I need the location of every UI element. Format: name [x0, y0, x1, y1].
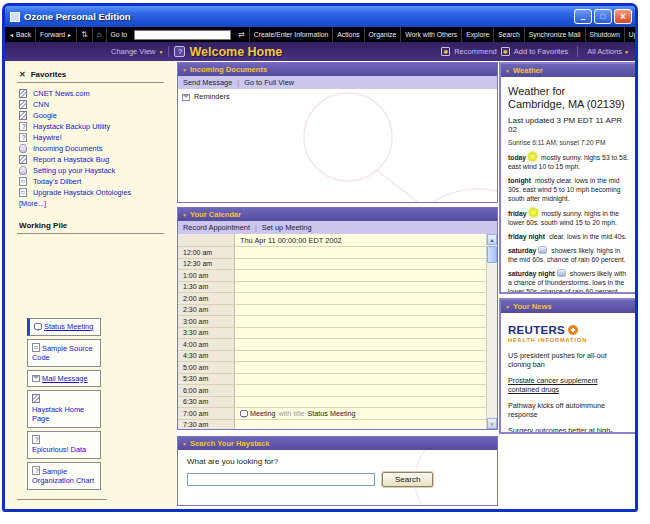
weather-header[interactable]: ▼ Weather	[501, 64, 635, 77]
add-to-favorites-button[interactable]: Add to Favorites	[514, 47, 569, 56]
forward-button[interactable]: Forward►	[36, 27, 77, 42]
calendar-slot[interactable]	[235, 374, 497, 386]
favorite-link[interactable]: Incoming Documents	[19, 143, 176, 154]
sun-icon	[528, 152, 537, 161]
set-up-meeting-link[interactable]: Set up Meeting	[262, 223, 312, 232]
favorite-link[interactable]: CNN	[19, 99, 176, 110]
record-appointment-link[interactable]: Record Appointment	[183, 223, 250, 232]
back-button[interactable]: ◄Back	[5, 27, 36, 42]
news-item-link[interactable]: Prostate cancer supplement contained dru…	[508, 376, 630, 394]
calendar-slot[interactable]	[235, 247, 497, 259]
goto-input[interactable]	[134, 30, 231, 40]
chevron-down-icon: ▼	[158, 49, 163, 55]
weather-title: Weather	[513, 66, 543, 75]
calendar-slot[interactable]	[235, 305, 497, 317]
weather-panel: ▼ Weather Weather forCambridge, MA (0213…	[499, 62, 635, 294]
favorite-link[interactable]: Upgrade Haystack Ontologies	[19, 187, 176, 198]
scrollbar-thumb[interactable]	[487, 246, 497, 263]
calendar-slot[interactable]	[235, 385, 497, 397]
minimize-button[interactable]: –	[574, 9, 592, 24]
title-bar[interactable]: Ozone Personal Edition – □ ×	[5, 6, 635, 27]
calendar-slot[interactable]	[235, 397, 497, 409]
collapse-icon[interactable]: ✕	[19, 70, 26, 79]
menu-work-with-others[interactable]: Work with Others	[401, 27, 462, 42]
time-label: 2:00 am	[178, 293, 235, 305]
menu-search[interactable]: Search	[494, 27, 525, 42]
change-view-dropdown[interactable]: Change View▼	[111, 47, 163, 56]
calendar-slot[interactable]	[235, 259, 497, 271]
calendar-header[interactable]: ▼ Your Calendar	[178, 208, 497, 221]
scroll-down-icon[interactable]: ▼	[487, 418, 497, 429]
back-arrow-icon: ◄	[9, 32, 14, 38]
search-header[interactable]: ▼ Search Your Haystack	[178, 437, 497, 450]
calendar-slot[interactable]	[235, 351, 497, 363]
pile-card-haystack-home-page[interactable]: Haystack Home Page	[27, 390, 101, 428]
sidebar: ✕ Favorites CNET News.com CNN Google Hay…	[5, 61, 176, 509]
menu-create-enter-information[interactable]: Create/Enter Information	[250, 27, 333, 42]
calendar-event-status-meeting[interactable]: Meeting with title Status Meeting	[235, 408, 497, 420]
calendar-scrollbar[interactable]: ▲ ▼	[486, 234, 497, 429]
time-label: 4:30 am	[178, 351, 235, 363]
time-label: 2:30 am	[178, 305, 235, 317]
menu-upgrade[interactable]: Upgrade	[625, 27, 635, 42]
calendar-slot[interactable]	[235, 270, 497, 282]
news-header[interactable]: ▼ Your News	[501, 300, 635, 313]
favorite-link[interactable]: CNET News.com	[19, 88, 176, 99]
favorites-more-link[interactable]: [More...]	[19, 199, 176, 208]
send-message-link[interactable]: Send Message	[183, 78, 232, 87]
watermark-graphic	[178, 89, 497, 202]
search-button[interactable]: Search	[382, 472, 433, 487]
all-actions-dropdown[interactable]: All Actions ▼	[587, 47, 629, 56]
refresh-icon: ⇅	[81, 30, 88, 39]
news-item-link[interactable]: Surgery outcomes better at high-volume h…	[508, 426, 630, 432]
news-item-link[interactable]: Pathway kicks off autoimmune response	[508, 401, 630, 419]
document-icon	[19, 177, 27, 186]
calendar-slot[interactable]	[235, 362, 497, 374]
forward-arrow-icon: ►	[67, 32, 72, 38]
pile-card-mail-message[interactable]: Mail Message	[27, 370, 101, 388]
favorite-link[interactable]: Report a Haystack Bug	[19, 154, 176, 165]
favorite-link[interactable]: Today's Dilbert	[19, 176, 176, 187]
calendar-panel: ▼ Your Calendar Record Appointment | Set…	[177, 207, 498, 430]
favorite-link[interactable]: Haywire!	[19, 132, 176, 143]
help-icon[interactable]: ?	[174, 46, 185, 57]
pile-card-epicurious-data[interactable]: Epicurious! Data	[27, 431, 101, 459]
calendar-slot[interactable]	[235, 293, 497, 305]
menu-explore[interactable]: Explore	[462, 27, 494, 42]
pile-card-status-meeting[interactable]: Status Meeting	[27, 318, 101, 336]
calendar-slot[interactable]	[235, 328, 497, 340]
search-input[interactable]	[187, 473, 375, 486]
refresh-button[interactable]: ⇅	[77, 27, 93, 42]
time-label: 5:00 am	[178, 362, 235, 374]
pile-card-sample-organization-chart[interactable]: Sample Organization Chart	[27, 462, 101, 490]
menu-synchronize-mail[interactable]: Synchronize Mail	[525, 27, 586, 42]
menu-organize[interactable]: Organize	[365, 27, 402, 42]
document-icon	[32, 343, 40, 352]
go-to-full-view-link[interactable]: Go to Full View	[244, 78, 294, 87]
calendar-slot[interactable]	[235, 316, 497, 328]
help-icon	[32, 466, 40, 475]
time-label: 6:00 am	[178, 385, 235, 397]
calendar-slot[interactable]	[235, 282, 497, 294]
close-button[interactable]: ×	[614, 9, 632, 24]
showers-icon	[557, 269, 566, 277]
menu-actions[interactable]: Actions	[333, 27, 364, 42]
time-label: 4:00 am	[178, 339, 235, 351]
goto-submit-button[interactable]: ⇄	[234, 27, 250, 42]
scroll-up-icon[interactable]: ▲	[487, 234, 497, 245]
news-item-link[interactable]: US president pushes for all-out cloning …	[508, 351, 630, 369]
calendar-slot[interactable]	[235, 339, 497, 351]
recommend-button[interactable]: Recommend	[454, 47, 497, 56]
favorite-link[interactable]: Haystack Backup Utility	[19, 121, 176, 132]
pile-card-sample-source-code[interactable]: Sample Source Code	[27, 339, 101, 367]
favorite-link[interactable]: Google	[19, 110, 176, 121]
time-label: 3:00 am	[178, 316, 235, 328]
favorite-link[interactable]: Setting up your Haystack	[19, 165, 176, 176]
calendar-slot[interactable]	[235, 420, 497, 430]
calendar-grid: Thu Apr 11 00:00:00 EDT 2002 12:00 am 12…	[178, 234, 497, 429]
reminders-item[interactable]: Reminders	[182, 92, 497, 101]
incoming-documents-header[interactable]: ▼ Incoming Documents	[178, 63, 497, 76]
maximize-button[interactable]: □	[594, 9, 612, 24]
home-button[interactable]: ⌂	[93, 27, 107, 42]
menu-shutdown[interactable]: Shutdown	[586, 27, 625, 42]
